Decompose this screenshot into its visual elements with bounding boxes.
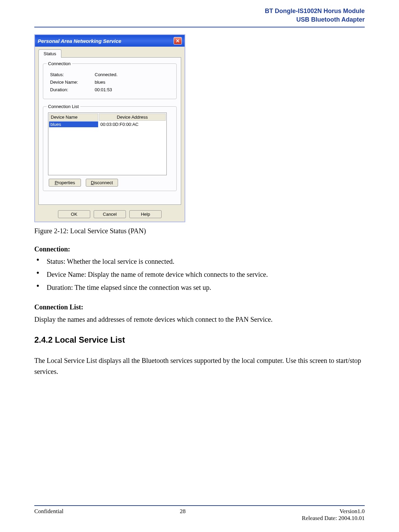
footer-right: Version1.0 Released Date: 2004.10.01	[302, 508, 365, 522]
tab-status[interactable]: Status	[38, 49, 61, 58]
help-button[interactable]: Help	[129, 210, 162, 218]
table-row[interactable]: blues 00:03:0D:F0:00:AC	[49, 121, 166, 127]
disconnect-button[interactable]: Disconnect	[86, 179, 118, 187]
disconnect-label: isconnect	[94, 180, 113, 185]
footer-page-number: 28	[180, 508, 186, 522]
connection-legend: Connection	[47, 61, 72, 66]
row-device-name[interactable]: blues	[49, 121, 98, 127]
connection-list-table[interactable]: Device Name Device Address blues 00:03:0…	[48, 113, 167, 175]
properties-button[interactable]: Properties	[49, 179, 81, 187]
list-item: Status: Whether the local service is con…	[36, 256, 365, 267]
ok-button[interactable]: OK	[58, 210, 90, 218]
tab-pane: Connection Status: Connected. Device Nam…	[38, 57, 181, 205]
close-icon[interactable]: ✕	[174, 37, 182, 45]
pan-service-dialog: Personal Area Networking Service ✕ Statu…	[34, 34, 185, 222]
list-item: Duration: The time elapsed since the con…	[36, 282, 365, 293]
table-empty-space	[49, 128, 166, 174]
device-row: Device Name: blues	[50, 80, 173, 85]
row-device-address[interactable]: 00:03:0D:F0:00:AC	[99, 121, 165, 127]
header-title-1: BT Dongle-IS1002N Horus Module	[34, 7, 365, 15]
cancel-button[interactable]: Cancel	[94, 210, 126, 218]
duration-row: Duration: 00:01:53	[50, 87, 173, 92]
device-name-value: blues	[95, 80, 105, 85]
connection-list-buttons: Properties Disconnect	[49, 179, 173, 187]
status-row: Status: Connected.	[50, 72, 173, 77]
connection-list-paragraph: Display the names and addresses of remot…	[34, 314, 365, 325]
footer-version: Version1.0	[340, 508, 365, 515]
dialog-bottom-buttons: OK Cancel Help	[35, 208, 185, 222]
dialog-titlebar[interactable]: Personal Area Networking Service ✕	[35, 35, 185, 47]
footer-rule	[34, 505, 365, 506]
connection-group: Connection Status: Connected. Device Nam…	[43, 61, 177, 99]
duration-label: Duration:	[50, 87, 95, 92]
heading-2-4-2: 2.4.2 Local Service List	[34, 335, 365, 345]
properties-label: roperties	[58, 180, 75, 185]
col-device-address[interactable]: Device Address	[99, 114, 165, 121]
page-header: BT Dongle-IS1002N Horus Module USB Bluet…	[34, 0, 365, 24]
dialog-title: Personal Area Networking Service	[38, 38, 121, 44]
header-rule	[34, 27, 365, 27]
duration-value: 00:01:53	[95, 87, 112, 92]
tab-strip: Status	[38, 49, 181, 58]
footer-left: Confidential	[34, 508, 63, 522]
footer-released: Released Date: 2004.10.01	[302, 515, 365, 521]
page-footer: Confidential 28 Version1.0 Released Date…	[34, 505, 365, 522]
status-value: Connected.	[95, 72, 118, 77]
col-device-name[interactable]: Device Name	[49, 114, 98, 121]
list-item: Device Name: Display the name of remote …	[36, 269, 365, 280]
paragraph-2-4-2: The Local Service List displays all the …	[34, 355, 365, 377]
figure-caption: Figure 2-12: Local Service Status (PAN)	[34, 227, 365, 235]
connection-list-legend: Connection List	[47, 104, 80, 109]
status-label: Status:	[50, 72, 95, 77]
connection-bullets: Status: Whether the local service is con…	[34, 256, 365, 293]
connection-section-head: Connection:	[34, 245, 365, 253]
connection-list-group: Connection List Device Name Device Addre…	[43, 104, 177, 191]
device-name-label: Device Name:	[50, 80, 95, 85]
connection-list-section-head: Connection List:	[34, 303, 365, 311]
dialog-body: Status Connection Status: Connected. Dev…	[35, 47, 185, 208]
header-title-2: USB Bluetooth Adapter	[34, 15, 365, 24]
